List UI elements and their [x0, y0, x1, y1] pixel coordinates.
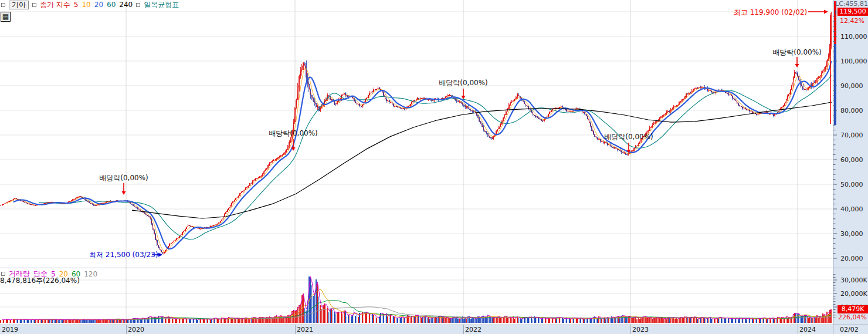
annotation-arrows-layer: [122, 10, 831, 257]
symbol-label[interactable]: 기아: [9, 1, 29, 9]
legend-square-icon[interactable]: [136, 3, 140, 7]
axis-tick-label: 50,000: [840, 181, 863, 188]
dividend-annotation-label: 배당락(0,00%): [772, 48, 821, 58]
dividend-annotation-label: 배당락(0,00%): [604, 132, 653, 142]
year-label: 2024: [799, 326, 816, 333]
year-label: 2019: [2, 326, 18, 333]
volume-ma-layer: [2, 276, 832, 320]
legend-square-icon[interactable]: [32, 3, 36, 7]
grid-icon: ▦: [2, 12, 9, 21]
volume-percent-label: 226,04%: [838, 313, 867, 321]
candlestick-chart-canvas[interactable]: [0, 0, 833, 325]
ma-period-10[interactable]: 10: [82, 1, 90, 9]
year-label: 2020: [128, 326, 144, 333]
volume-value-readout: 8,478,816주(226,04%): [0, 276, 80, 286]
ma-period-240[interactable]: 240: [119, 1, 133, 9]
legend-square-icon[interactable]: [1, 3, 5, 7]
date-axis-panel[interactable]: 20192020202120222023202402/02: [0, 325, 868, 334]
ichimoku-label[interactable]: 일목균형표: [144, 1, 179, 9]
last-date-label: 02/02: [840, 326, 859, 333]
year-label: 2022: [465, 326, 482, 333]
axis-tick-label: 90,000: [840, 82, 863, 90]
ma-period-20[interactable]: 20: [94, 1, 103, 9]
vol-ma-period-120[interactable]: 120: [84, 270, 97, 278]
axis-tick-label: 100,000: [840, 58, 867, 65]
current-volume-badge: 8,479K: [838, 305, 868, 313]
axis-tick-label: 30,000: [840, 230, 863, 238]
year-label: 2023: [632, 326, 649, 333]
legend-square-icon[interactable]: [1, 272, 5, 276]
year-label: 2021: [297, 326, 313, 333]
dividend-annotation-label: 배당락(0,00%): [439, 78, 487, 88]
ma-period-60[interactable]: 60: [107, 1, 116, 9]
price-ma-type-label: 종가 지수: [40, 1, 70, 9]
axis-tick-label: 80,000: [840, 107, 863, 114]
year-separator: [295, 325, 296, 334]
chart-header: 기아 종가 지수 5 10 20 60 240 일목균형표: [1, 1, 179, 9]
listing-change-label: LC:455,81: [835, 0, 868, 8]
axis-tick-label: 60,000: [840, 156, 863, 164]
gridlines-layer: [0, 0, 832, 325]
price-ma-layer: [2, 29, 832, 253]
year-separator: [798, 325, 798, 334]
pane-separator[interactable]: [0, 268, 868, 268]
low-price-annotation: 최저 21,500 (03/23): [89, 250, 158, 260]
axis-tick-label: 110,000: [840, 33, 867, 41]
stock-chart-window: 기아 종가 지수 5 10 20 60 240 일목균형표 ▦ 거래량 단순 5…: [0, 0, 868, 334]
year-separator: [463, 325, 464, 334]
candles-layer: [0, 12, 832, 255]
current-price-badge: 119,500: [838, 8, 868, 16]
price-axis-panel[interactable]: LC:455,81 H 119,500 12,42% 8,479K 226,04…: [833, 0, 868, 325]
dividend-annotation-label: 배당락(0,00%): [99, 173, 148, 183]
axis-tick-label: 20,000: [840, 255, 863, 262]
year-separator: [630, 325, 631, 334]
grid-icon-button[interactable]: ▦: [1, 12, 11, 22]
axis-tick-label: 70,000: [840, 131, 863, 139]
change-percent-label: 12,42%: [840, 17, 864, 25]
axis-tick-label: 20,000K: [840, 290, 867, 298]
axis-separator: [833, 325, 833, 334]
year-separator: [126, 325, 127, 334]
axis-tick-label: 40,000: [840, 205, 863, 213]
high-price-annotation: 최고 119,900 (02/02): [734, 8, 807, 18]
dividend-annotation-label: 배당락(0,00%): [269, 129, 317, 139]
axis-tick-label: 30,000K: [840, 276, 867, 284]
ma-period-5[interactable]: 5: [74, 1, 79, 9]
